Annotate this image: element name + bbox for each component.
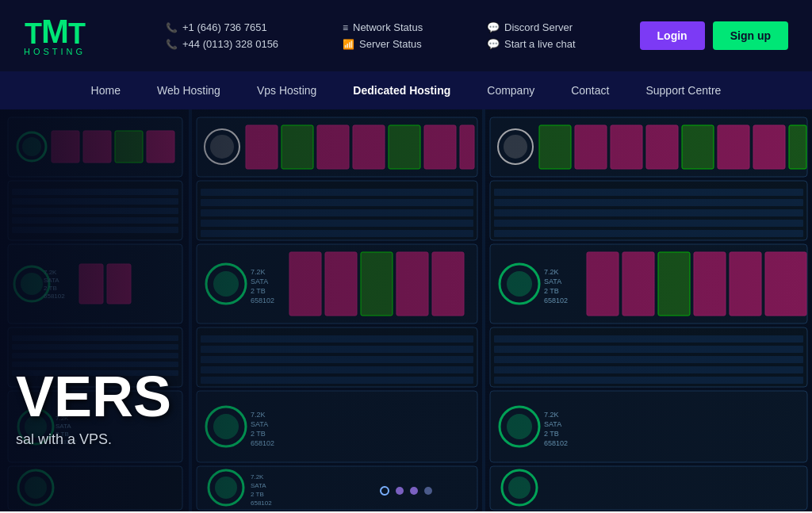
slide-dot-3[interactable] — [410, 487, 418, 495]
live-chat-link[interactable]: 💬 Start a live chat — [487, 38, 576, 50]
top-bar: TMT HOSTING 📞 +1 (646) 736 7651 📞 +44 (0… — [0, 0, 812, 71]
login-button[interactable]: Login — [640, 21, 705, 50]
slide-dot-4[interactable] — [424, 487, 432, 495]
server-status-link[interactable]: 📶 Server Status — [343, 38, 423, 50]
phone2-icon: 📞 — [166, 39, 178, 50]
network-status-link[interactable]: ≡ Network Status — [343, 21, 423, 33]
slide-dot-1[interactable] — [380, 486, 389, 496]
nav-home[interactable]: Home — [77, 75, 135, 106]
hero-section: 7.2K SATA 2 TB 658102 7.2K SATA 2 TB 658… — [0, 109, 812, 511]
discord-icon: 💬 — [487, 21, 500, 33]
hero-headline: VERS — [16, 368, 171, 425]
hero-content: VERS sal with a VPS. — [0, 368, 171, 448]
nav-contact[interactable]: Contact — [557, 75, 623, 106]
discord-link[interactable]: 💬 Discord Server — [487, 21, 576, 33]
logo-subtext: HOSTING — [24, 47, 86, 56]
nav-web-hosting[interactable]: Web Hosting — [143, 75, 235, 106]
auth-buttons: Login Sign up — [640, 21, 788, 50]
live-chat-label: Start a live chat — [504, 38, 576, 50]
phone1-label: +1 (646) 736 7651 — [182, 21, 267, 33]
phone1-icon: 📞 — [166, 22, 178, 33]
nav-company[interactable]: Company — [473, 75, 549, 106]
server-status-icon: 📶 — [343, 39, 354, 50]
phone2-item[interactable]: 📞 +44 (0113) 328 0156 — [166, 38, 278, 50]
nav-support[interactable]: Support Centre — [631, 75, 735, 106]
phone2-label: +44 (0113) 328 0156 — [182, 38, 278, 50]
network-status-icon: ≡ — [343, 22, 348, 33]
navigation: Home Web Hosting Vps Hosting Dedicated H… — [0, 71, 812, 109]
chat-icon: 💬 — [487, 38, 500, 50]
nav-vps-hosting[interactable]: Vps Hosting — [243, 75, 331, 106]
hero-overlay — [0, 109, 812, 511]
network-status-label: Network Status — [353, 21, 423, 33]
slide-dot-2[interactable] — [396, 487, 404, 495]
contact-info: 📞 +1 (646) 736 7651 📞 +44 (0113) 328 015… — [166, 21, 278, 50]
logo-text: TMT — [25, 15, 85, 48]
slider-controls — [380, 486, 432, 496]
logo[interactable]: TMT HOSTING — [24, 15, 86, 56]
status-links: ≡ Network Status 📶 Server Status — [343, 21, 423, 50]
discord-label: Discord Server — [504, 21, 573, 33]
nav-dedicated-hosting[interactable]: Dedicated Hosting — [339, 75, 465, 106]
hero-subtext: sal with a VPS. — [16, 431, 171, 448]
phone1-item[interactable]: 📞 +1 (646) 736 7651 — [166, 21, 278, 33]
server-status-label: Server Status — [359, 38, 422, 50]
discord-links: 💬 Discord Server 💬 Start a live chat — [487, 21, 576, 50]
signup-button[interactable]: Sign up — [713, 21, 788, 50]
